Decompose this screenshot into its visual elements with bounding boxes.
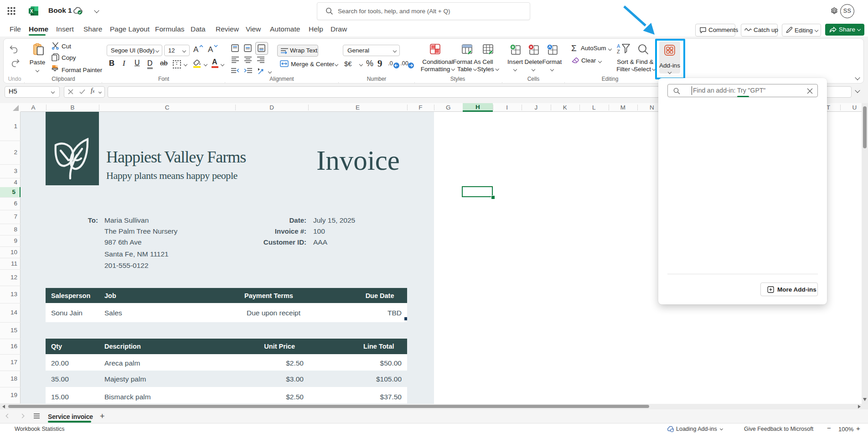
svg-text:Z: Z [617, 49, 620, 54]
svg-text:A: A [617, 43, 620, 49]
svg-text:X: X [30, 9, 33, 14]
